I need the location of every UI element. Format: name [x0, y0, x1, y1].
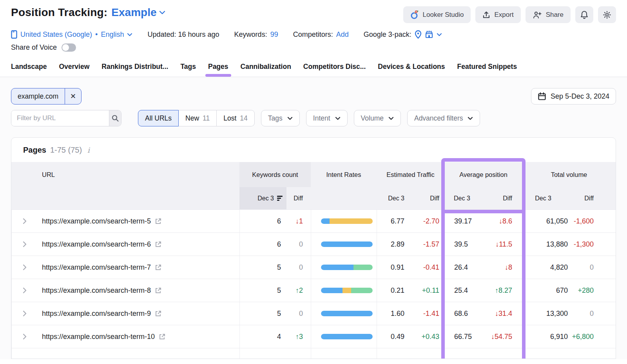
- tab-featured-snippets[interactable]: Featured Snippets: [457, 63, 517, 77]
- keywords-diff-value: ↑2: [286, 279, 311, 302]
- chevron-down-icon: [335, 117, 341, 120]
- column-header-url[interactable]: URL: [11, 162, 239, 187]
- tab-competitors-discovery[interactable]: Competitors Disc...: [303, 63, 366, 77]
- chevron-down-icon: [159, 11, 165, 14]
- looker-studio-icon: [410, 10, 419, 20]
- table-row-partial: [11, 348, 616, 359]
- page-url-link[interactable]: https://example.com/search-term-9: [42, 310, 151, 318]
- settings-button[interactable]: [598, 6, 616, 23]
- column-header-keywords-count[interactable]: Keywords count: [239, 162, 311, 187]
- segment-all-urls[interactable]: All URLs: [138, 110, 179, 126]
- url-filter-field: [11, 110, 121, 126]
- domain-filter-chip: example.com ✕: [11, 88, 82, 105]
- tab-overview[interactable]: Overview: [59, 63, 89, 77]
- competitors-add-link[interactable]: Add: [336, 31, 349, 39]
- segment-new[interactable]: New11: [179, 110, 217, 126]
- estimated-traffic-value: 0.49: [377, 325, 418, 348]
- intent-dropdown[interactable]: Intent: [306, 110, 348, 126]
- tab-pages[interactable]: Pages: [208, 63, 228, 77]
- url-filter-search-button[interactable]: [109, 110, 121, 126]
- keywords-date-sort-header[interactable]: Dec 3: [239, 187, 286, 209]
- export-button[interactable]: Export: [475, 6, 520, 23]
- location-label: United States (Google): [20, 31, 92, 39]
- tab-cannibalization[interactable]: Cannibalization: [241, 63, 291, 77]
- expand-row-button[interactable]: [11, 279, 37, 302]
- bell-icon: [580, 10, 589, 20]
- volume-date-header[interactable]: Dec 3: [522, 187, 569, 209]
- date-range-picker[interactable]: Sep 5-Dec 3, 2024: [531, 88, 616, 105]
- google-3pack-label: Google 3-pack:: [364, 31, 411, 39]
- advanced-filters-dropdown[interactable]: Advanced filters: [407, 110, 480, 126]
- column-header-total-volume[interactable]: Total volume: [522, 162, 616, 187]
- intent-rates-bar: [311, 325, 377, 348]
- column-header-average-position[interactable]: Average position: [444, 162, 522, 187]
- share-of-voice-toggle[interactable]: [62, 43, 76, 52]
- tab-rankings-distribution[interactable]: Rankings Distribut...: [101, 63, 168, 77]
- total-volume-diff: -1,600: [569, 210, 616, 232]
- segment-all-urls-label: All URLs: [145, 114, 172, 123]
- page-title-label: Position Tracking:: [11, 6, 107, 19]
- expand-row-button[interactable]: [11, 233, 37, 256]
- share-button[interactable]: Share: [526, 6, 571, 23]
- external-link-icon[interactable]: [155, 310, 161, 317]
- average-position-diff: ↑8.27: [484, 279, 522, 302]
- page-url-link[interactable]: https://example.com/search-term-6: [42, 240, 151, 249]
- keywords-diff-header[interactable]: Diff: [286, 187, 311, 209]
- traffic-diff-header[interactable]: Diff: [418, 187, 444, 209]
- location-language-selector[interactable]: United States (Google) • English: [11, 30, 132, 39]
- tab-landscape[interactable]: Landscape: [11, 63, 47, 77]
- estimated-traffic-value: 1.60: [377, 302, 418, 325]
- competitors-meta: Competitors: Add: [293, 31, 349, 39]
- date-range-label: Sep 5-Dec 3, 2024: [551, 92, 609, 101]
- external-link-icon[interactable]: [159, 333, 165, 340]
- local-business-icon: [425, 31, 433, 38]
- tab-tags[interactable]: Tags: [180, 63, 196, 77]
- chevron-down-icon: [287, 117, 293, 120]
- project-selector[interactable]: Example: [111, 6, 165, 19]
- expand-row-button[interactable]: [11, 325, 37, 348]
- table-title: Pages: [23, 146, 46, 155]
- page-url-link[interactable]: https://example.com/search-term-10: [42, 333, 155, 341]
- export-label: Export: [494, 11, 513, 19]
- page-url-link[interactable]: https://example.com/search-term-8: [42, 287, 151, 295]
- expand-row-button[interactable]: [11, 302, 37, 325]
- filter-toolbar: All URLs New11 Lost14 Tags Intent Volume…: [11, 110, 616, 126]
- info-icon[interactable]: i: [86, 146, 90, 154]
- report-tabs: Landscape Overview Rankings Distribut...…: [0, 52, 627, 77]
- tags-dropdown[interactable]: Tags: [261, 110, 300, 126]
- looker-studio-button[interactable]: Looker Studio: [403, 6, 471, 23]
- position-date-header[interactable]: Dec 3: [444, 187, 484, 209]
- chevron-down-icon: [127, 33, 132, 36]
- page-url-link[interactable]: https://example.com/search-term-7: [42, 263, 151, 272]
- intent-commercial-segment: [321, 218, 330, 224]
- tab-devices-locations[interactable]: Devices & Locations: [378, 63, 445, 77]
- volume-dropdown[interactable]: Volume: [354, 110, 401, 126]
- language-label: English: [101, 31, 124, 39]
- external-link-icon[interactable]: [155, 218, 161, 225]
- intent-transactional-segment: [342, 288, 351, 293]
- page-url-link[interactable]: https://example.com/search-term-5: [42, 217, 151, 225]
- traffic-date-header[interactable]: Dec 3: [377, 187, 418, 209]
- external-link-icon[interactable]: [155, 241, 161, 248]
- intent-rates-bar: [311, 279, 377, 302]
- expand-row-button[interactable]: [11, 256, 37, 279]
- volume-diff-header[interactable]: Diff: [569, 187, 616, 209]
- average-position-diff: ↓54.75: [484, 325, 522, 348]
- gear-icon: [603, 11, 611, 19]
- notifications-button[interactable]: [575, 6, 593, 23]
- url-filter-input[interactable]: [11, 110, 109, 126]
- external-link-icon[interactable]: [155, 287, 161, 294]
- expand-row-button[interactable]: [11, 210, 37, 232]
- keywords-value-link[interactable]: 99: [270, 31, 278, 39]
- sort-descending-icon: [277, 196, 283, 201]
- intent-rates-bar: [311, 210, 377, 232]
- google-3pack-selector[interactable]: Google 3-pack:: [364, 30, 442, 39]
- external-link-icon[interactable]: [155, 264, 161, 271]
- intent-commercial-segment: [321, 311, 373, 316]
- position-diff-header[interactable]: Diff: [484, 187, 522, 209]
- column-header-intent-rates[interactable]: Intent Rates: [311, 162, 377, 187]
- column-header-estimated-traffic[interactable]: Estimated Traffic: [377, 162, 444, 187]
- total-volume-value: 13,300: [522, 302, 569, 325]
- chip-close-button[interactable]: ✕: [65, 88, 81, 104]
- segment-lost[interactable]: Lost14: [217, 110, 255, 126]
